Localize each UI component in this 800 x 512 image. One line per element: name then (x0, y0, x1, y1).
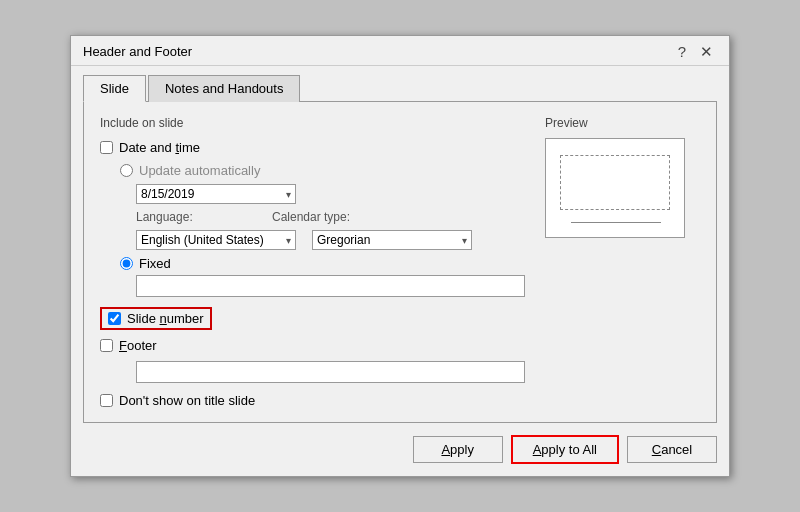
preview-label: Preview (545, 116, 700, 130)
dont-show-row: Don't show on title slide (100, 393, 525, 408)
language-label: Language: (136, 210, 196, 224)
dialog-title: Header and Footer (83, 44, 192, 59)
language-value: English (United States) (141, 233, 264, 247)
button-bar: Apply Apply to All Cancel (71, 423, 729, 476)
date-chevron-icon: ▾ (286, 189, 291, 200)
left-panel: Include on slide Date and time Update au… (100, 116, 525, 408)
lang-cal-dropdowns-row: English (United States) ▾ Gregorian ▾ (136, 230, 525, 250)
calendar-value: Gregorian (317, 233, 370, 247)
cancel-button[interactable]: Cancel (627, 436, 717, 463)
preview-number-indicator (571, 222, 661, 223)
fixed-radio[interactable] (120, 257, 133, 270)
footer-row: Footer (100, 338, 525, 353)
tab-bar: Slide Notes and Handouts (71, 66, 729, 101)
footer-label: Footer (119, 338, 157, 353)
preview-box (545, 138, 685, 238)
help-button[interactable]: ? (674, 44, 690, 59)
slide-number-highlight: Slide number (100, 307, 212, 330)
fixed-text-input[interactable] (136, 275, 525, 297)
update-auto-radio[interactable] (120, 164, 133, 177)
dont-show-label: Don't show on title slide (119, 393, 255, 408)
fixed-label: Fixed (139, 256, 171, 271)
slide-number-checkbox[interactable] (108, 312, 121, 325)
calendar-dropdown[interactable]: Gregorian ▾ (312, 230, 472, 250)
slide-number-label: Slide number (127, 311, 204, 326)
header-footer-dialog: Header and Footer ? ✕ Slide Notes and Ha… (70, 35, 730, 477)
fixed-input-row (136, 275, 525, 297)
calendar-chevron-icon: ▾ (462, 235, 467, 246)
date-time-label: Date and time (119, 140, 200, 155)
date-dropdown-value: 8/15/2019 (141, 187, 194, 201)
footer-checkbox[interactable] (100, 339, 113, 352)
tab-slide[interactable]: Slide (83, 75, 146, 102)
dont-show-checkbox[interactable] (100, 394, 113, 407)
update-auto-row: Update automatically (120, 163, 525, 178)
calendar-label: Calendar type: (272, 210, 350, 224)
title-bar: Header and Footer ? ✕ (71, 36, 729, 66)
group-label: Include on slide (100, 116, 525, 130)
tab-notes-handouts[interactable]: Notes and Handouts (148, 75, 301, 102)
right-panel: Preview (545, 116, 700, 408)
footer-input-row (136, 361, 525, 383)
fixed-row: Fixed (120, 256, 525, 271)
close-button[interactable]: ✕ (696, 44, 717, 59)
title-bar-controls: ? ✕ (674, 44, 717, 59)
apply-to-all-button[interactable]: Apply to All (511, 435, 619, 464)
date-time-section: Date and time (100, 140, 525, 155)
date-dropdown-row: 8/15/2019 ▾ (136, 184, 525, 204)
language-dropdown[interactable]: English (United States) ▾ (136, 230, 296, 250)
footer-text-input[interactable] (136, 361, 525, 383)
language-chevron-icon: ▾ (286, 235, 291, 246)
preview-content-area (560, 155, 670, 210)
apply-button[interactable]: Apply (413, 436, 503, 463)
date-dropdown[interactable]: 8/15/2019 ▾ (136, 184, 296, 204)
content-area: Include on slide Date and time Update au… (83, 101, 717, 423)
update-auto-label: Update automatically (139, 163, 260, 178)
date-time-checkbox[interactable] (100, 141, 113, 154)
lang-cal-row: Language: Calendar type: (136, 210, 525, 224)
